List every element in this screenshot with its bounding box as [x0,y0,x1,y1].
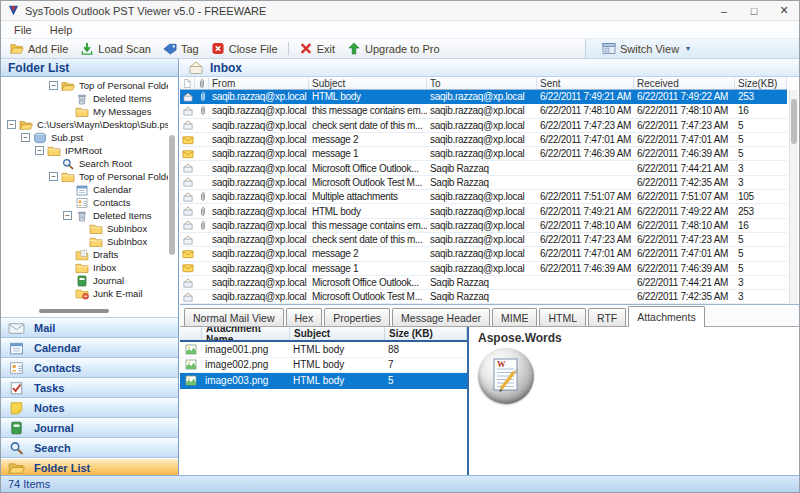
message-row[interactable]: saqib.razzaq@xp.localmessage 2saqib.razz… [180,247,787,261]
tree-item-journal[interactable]: Journal [1,274,168,287]
column-header-size-kb[interactable]: Size(KB) [735,77,787,89]
message-row[interactable]: saqib.razzaq@xp.localMicrosoft Office Ou… [180,161,787,175]
tree-item-subinbox[interactable]: SubInbox [1,222,168,235]
message-row[interactable]: saqib.razzaq@xp.localMultiple attachment… [180,190,787,204]
toolbar-left-group: Add FileLoad ScanTagClose FileExitUpgrad… [4,41,446,56]
attachment-column-attachment-name[interactable]: Attachment Name [202,327,290,340]
toolbar-button-exit[interactable]: Exit [293,41,341,56]
tab-mime[interactable]: MIME [492,308,537,326]
switch-view-button[interactable]: Switch View▾ [596,41,696,56]
attachments-table-header: Attachment NameSubjectSize (KB) [180,327,467,342]
tree-item-top-of-personal-folders[interactable]: −Top of Personal Folders [1,79,168,92]
cell-to: saqib.razzaq@xp.local [427,263,537,274]
message-row[interactable]: saqib.razzaq@xp.localmessage 2saqib.razz… [180,133,787,147]
menu-help[interactable]: Help [41,22,82,38]
message-row[interactable]: saqib.razzaq@xp.localMicrosoft Office Ou… [180,276,787,290]
cell-size: 253 [735,91,787,102]
tree-item-subinbox[interactable]: SubInbox [1,235,168,248]
tree-collapse-icon[interactable]: − [7,120,16,129]
tree-item-drafts[interactable]: Drafts [1,248,168,261]
message-row[interactable]: saqib.razzaq@xp.localthis message contai… [180,219,787,233]
attachment-icon-column-header[interactable] [180,327,202,340]
toolbar-separator [288,42,289,55]
tree-item-junk-e-mail[interactable]: Junk E-mail [1,287,168,300]
message-row[interactable]: saqib.razzaq@xp.localMicrosoft Outlook T… [180,290,787,304]
column-header-to[interactable]: To [427,77,537,89]
attachment-row[interactable]: image002.pngHTML body7 [180,358,467,374]
message-row[interactable]: saqib.razzaq@xp.localHTML bodysaqib.razz… [180,90,787,104]
message-row[interactable]: saqib.razzaq@xp.localthis message contai… [180,104,787,118]
maximize-button[interactable]: □ [739,1,769,20]
toolbar-button-add-file[interactable]: Add File [4,41,74,56]
toolbar-button-upgrade-to-pro[interactable]: Upgrade to Pro [341,41,446,56]
nav-calendar[interactable]: Calendar [1,338,178,358]
tab-attachments[interactable]: Attachments [628,306,704,327]
toolbar-button-tag[interactable]: Tag [157,41,205,56]
tree-collapse-icon[interactable]: − [49,172,58,181]
message-row[interactable]: saqib.razzaq@xp.localmessage 1saqib.razz… [180,262,787,276]
menu-file[interactable]: File [5,22,41,38]
message-list-scrollbar[interactable] [789,90,798,304]
tree-item-top-of-personal-folders[interactable]: −Top of Personal Folders [1,170,168,183]
nav-contacts[interactable]: Contacts [1,358,178,378]
tree-item-deleted-items[interactable]: −Deleted Items [1,209,168,222]
message-list-scrollbar-thumb[interactable] [791,99,797,144]
tab-message-header[interactable]: Message Header [392,308,490,326]
toolbar-button-close-file[interactable]: Close File [205,41,284,56]
tree-item-my-messages[interactable]: My Messages [1,105,168,118]
message-row[interactable]: saqib.razzaq@xp.localcheck sent date of … [180,233,787,247]
tree-vertical-scrollbar[interactable] [169,135,175,255]
attachment-row[interactable]: image001.pngHTML body88 [180,342,467,358]
tree-collapse-icon[interactable]: − [49,81,58,90]
message-row[interactable]: saqib.razzaq@xp.localcheck sent date of … [180,119,787,133]
column-header-subject[interactable]: Subject [309,77,427,89]
tree-item-inbox[interactable]: Inbox [1,261,168,274]
cell-to: Saqib Razzaq [427,163,537,174]
message-row[interactable]: saqib.razzaq@xp.localmessage 1saqib.razz… [180,147,787,161]
attachment-row[interactable]: image003.pngHTML body5 [180,373,467,389]
tab-normal-mail-view[interactable]: Normal Mail View [184,308,284,326]
message-row[interactable]: saqib.razzaq@xp.localMicrosoft Outlook T… [180,176,787,190]
tree-item-search-root[interactable]: Search Root [1,157,168,170]
tree-item-label: Calendar [93,184,132,195]
cell-received: 6/22/2011 7:47:01 AM [634,134,735,145]
nav-search[interactable]: Search [1,438,178,458]
cell-subject: Microsoft Outlook Test M... [309,291,427,302]
tree-collapse-icon[interactable]: − [35,146,44,155]
nav-journal[interactable]: Journal [1,418,178,438]
cell-received: 6/22/2011 7:42:35 AM [634,177,735,188]
mail-unread-icon [180,149,195,159]
nav-notes[interactable]: Notes [1,398,178,418]
toolbar-button-load-scan[interactable]: Load Scan [74,41,157,56]
deleted-items-icon [75,93,89,105]
message-icon-column-header[interactable] [180,77,195,89]
tab-properties[interactable]: Properties [324,308,390,326]
attachment-column-size-kb[interactable]: Size (KB) [385,327,467,340]
switch-view-label: Switch View [620,43,679,55]
message-row[interactable]: saqib.razzaq@xp.localHTML bodysaqib.razz… [180,204,787,218]
tree-item-calendar[interactable]: Calendar [1,183,168,196]
tree-item-c-users-mayn-desktop-sub-pst[interactable]: −C:\Users\Mayn\Desktop\Sub.pst [1,118,168,131]
column-header-from[interactable]: From [209,77,309,89]
tab-rtf[interactable]: RTF [588,308,626,326]
minimize-button[interactable]: – [709,1,739,20]
tree-horizontal-scrollbar[interactable] [39,309,109,313]
column-header-sent[interactable]: Sent [537,77,634,89]
tree-collapse-icon[interactable]: − [63,211,72,220]
tree-item-contacts[interactable]: Contacts [1,196,168,209]
attachment-column-subject[interactable]: Subject [290,327,385,340]
cell-from: saqib.razzaq@xp.local [209,105,309,116]
tree-item-sub-pst[interactable]: −Sub.pst [1,131,168,144]
nav-mail[interactable]: Mail [1,318,178,338]
tree-item-deleted-items[interactable]: Deleted Items [1,92,168,105]
tree-collapse-icon[interactable]: − [21,133,30,142]
close-button[interactable]: ✕ [769,1,799,20]
contacts-icon [8,361,25,375]
tab-html[interactable]: HTML [539,308,586,326]
tree-item-ipmroot[interactable]: −IPMRoot [1,144,168,157]
folder-list-panel: Folder List −Top of Personal FoldersDele… [1,59,179,475]
attachment-column-header[interactable] [195,77,209,89]
nav-tasks[interactable]: Tasks [1,378,178,398]
column-header-received[interactable]: Received [634,77,735,89]
tab-hex[interactable]: Hex [286,308,323,326]
